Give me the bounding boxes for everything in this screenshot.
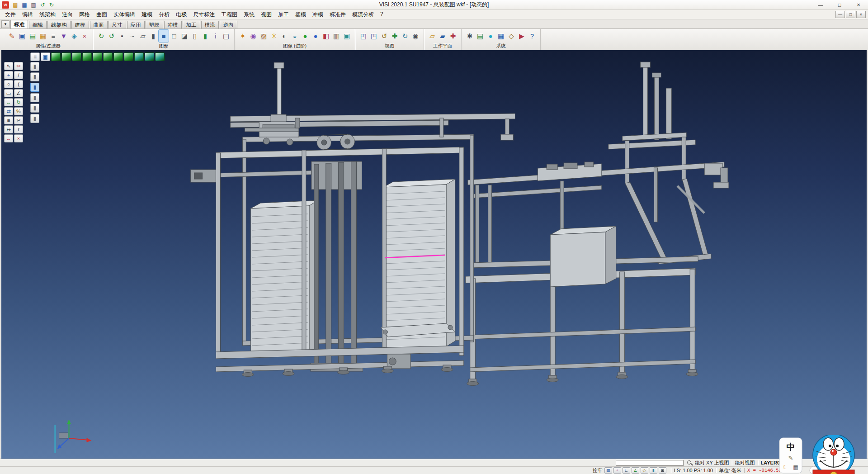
menu-item-10[interactable]: 电极: [173, 10, 190, 19]
measure-icon[interactable]: ↔: [4, 134, 13, 142]
menu-item-9[interactable]: 分析: [156, 10, 173, 19]
active-layer-indicator[interactable]: LAYER0: [761, 460, 780, 465]
color-table-icon[interactable]: ▦: [38, 30, 48, 42]
snap-settings-icon[interactable]: ◇: [506, 30, 516, 42]
scale-icon[interactable]: %: [14, 107, 23, 115]
ime-pen-icon[interactable]: ✎: [788, 455, 793, 461]
trim-icon[interactable]: ✂: [14, 116, 23, 124]
coordinate-input[interactable]: [616, 460, 684, 466]
mirror-icon[interactable]: ⇄: [4, 107, 13, 115]
zoom-fit-icon[interactable]: ◰: [359, 30, 368, 42]
menu-item-18[interactable]: 标准件: [326, 10, 349, 19]
snap-grid-icon[interactable]: ▦: [604, 467, 612, 474]
menu-item-16[interactable]: 塑模: [292, 10, 309, 19]
grid-icon[interactable]: ▦: [496, 30, 506, 42]
sketch-circle-icon[interactable]: ○: [4, 80, 13, 88]
back-view-icon[interactable]: [93, 52, 102, 61]
unblank-entities-icon[interactable]: ▮: [200, 30, 210, 42]
mdi-restore-button[interactable]: □: [846, 11, 855, 18]
extend-icon[interactable]: ↦: [4, 125, 13, 133]
green-sphere-icon[interactable]: ●: [300, 30, 310, 42]
curve-display-icon[interactable]: ~: [127, 30, 137, 42]
refresh-all-icon[interactable]: ↺: [107, 30, 117, 42]
menu-item-20[interactable]: ?: [377, 10, 387, 19]
menu-item-1[interactable]: 文件: [2, 10, 19, 19]
polyline-icon[interactable]: ∠: [14, 89, 23, 97]
zoom-previous-icon[interactable]: ↺: [379, 30, 389, 42]
snap-point-tool-icon[interactable]: +: [4, 71, 13, 79]
workplane-icon[interactable]: ▱: [427, 30, 437, 42]
ime-language-indicator[interactable]: 中: [787, 442, 795, 452]
entity-info-icon[interactable]: i: [211, 30, 221, 42]
menu-item-14[interactable]: 视图: [258, 10, 275, 19]
texture-map-icon[interactable]: ▨: [259, 30, 269, 42]
sketch-rect-icon[interactable]: ▭: [4, 89, 13, 97]
menu-item-11[interactable]: 尺寸标注: [190, 10, 218, 19]
menu-item-17[interactable]: 冲模: [309, 10, 326, 19]
ime-moon-icon[interactable]: ☾: [783, 464, 788, 470]
remove-filter-icon[interactable]: ×: [80, 30, 90, 42]
blue-sphere-icon[interactable]: ●: [311, 30, 321, 42]
menu-item-15[interactable]: 加工: [275, 10, 292, 19]
solid-display-icon[interactable]: ▮: [148, 30, 158, 42]
move-icon[interactable]: ↔: [4, 98, 13, 106]
view-reference-indicator[interactable]: 绝对视图: [735, 460, 755, 466]
wireframe-visibility-icon[interactable]: ▮: [30, 83, 39, 92]
undo-icon[interactable]: ↺: [38, 1, 47, 9]
tab-9[interactable]: 冲模: [164, 21, 182, 28]
workplane-origin-icon[interactable]: ✚: [448, 30, 458, 42]
menu-item-13[interactable]: 系统: [241, 10, 258, 19]
sketch-arc-icon[interactable]: (: [14, 80, 23, 88]
points-visibility-icon[interactable]: ▮: [30, 93, 39, 102]
menu-item-7[interactable]: 实体编辑: [110, 10, 138, 19]
dimetric-view-icon[interactable]: [134, 52, 144, 61]
iso-view-icon[interactable]: [124, 52, 133, 61]
tab-dropdown-button[interactable]: ▼: [1, 20, 9, 28]
print-icon[interactable]: ▥: [29, 1, 38, 9]
rotate-view-icon[interactable]: ↻: [400, 30, 410, 42]
menu-item-19[interactable]: 模流分析: [349, 10, 377, 19]
view-list-icon[interactable]: ≡: [30, 52, 40, 61]
selection-filter-icon[interactable]: ◈: [69, 30, 79, 42]
delete-icon[interactable]: ×: [14, 134, 23, 142]
transparency-icon[interactable]: ◒: [290, 30, 300, 42]
materials-icon[interactable]: ◉: [248, 30, 258, 42]
solids-visibility-icon[interactable]: ▮: [30, 62, 39, 71]
zebra-analysis-icon[interactable]: ▥: [331, 30, 341, 42]
macro-player-icon[interactable]: ▶: [517, 30, 527, 42]
menu-item-2[interactable]: 编辑: [19, 10, 36, 19]
top-view-icon[interactable]: [61, 52, 71, 61]
surface-display-icon[interactable]: ▱: [138, 30, 148, 42]
snap-point-icon[interactable]: +: [613, 467, 621, 474]
ime-keyboard-icon[interactable]: ▦: [793, 464, 798, 470]
zoom-window-icon[interactable]: ◳: [369, 30, 379, 42]
all-visibility-icon[interactable]: ▮: [30, 114, 39, 123]
tab-3[interactable]: 线架构: [47, 21, 71, 28]
menu-item-8[interactable]: 建模: [138, 10, 156, 19]
shadow-icon[interactable]: ◐: [279, 30, 289, 42]
select-cursor-icon[interactable]: ↖: [4, 62, 13, 70]
hidden-line-mode-icon[interactable]: ◪: [179, 30, 189, 42]
ime-panel[interactable]: 中 ✎ ☾ ▦: [779, 438, 802, 473]
tab-1[interactable]: 标准: [10, 20, 28, 28]
fillet-icon[interactable]: r: [14, 125, 23, 133]
right-view-icon[interactable]: [113, 52, 123, 61]
menu-item-4[interactable]: 逆向: [59, 10, 76, 19]
match-attributes-icon[interactable]: ▣: [17, 30, 27, 42]
save-file-icon[interactable]: ▦: [20, 1, 28, 9]
help-icon[interactable]: ?: [527, 30, 537, 42]
minimize-button[interactable]: —: [811, 0, 830, 9]
custom-view-icon[interactable]: [155, 52, 165, 61]
world-view-icon[interactable]: ●: [486, 30, 495, 42]
tab-6[interactable]: 尺寸: [108, 21, 126, 28]
maximize-button[interactable]: □: [830, 0, 849, 9]
left-view-icon[interactable]: [103, 52, 113, 61]
render-preview-icon[interactable]: ✶: [238, 30, 248, 42]
entity-snap-icon[interactable]: ◇: [641, 467, 648, 474]
tab-11[interactable]: 模流: [201, 21, 219, 28]
tab-12[interactable]: 逆向: [220, 21, 237, 28]
menu-item-3[interactable]: 线架构: [36, 10, 59, 19]
pan-view-icon[interactable]: ✚: [390, 30, 400, 42]
menu-item-5[interactable]: 网格: [76, 10, 93, 19]
tab-8[interactable]: 塑膜: [146, 21, 163, 28]
